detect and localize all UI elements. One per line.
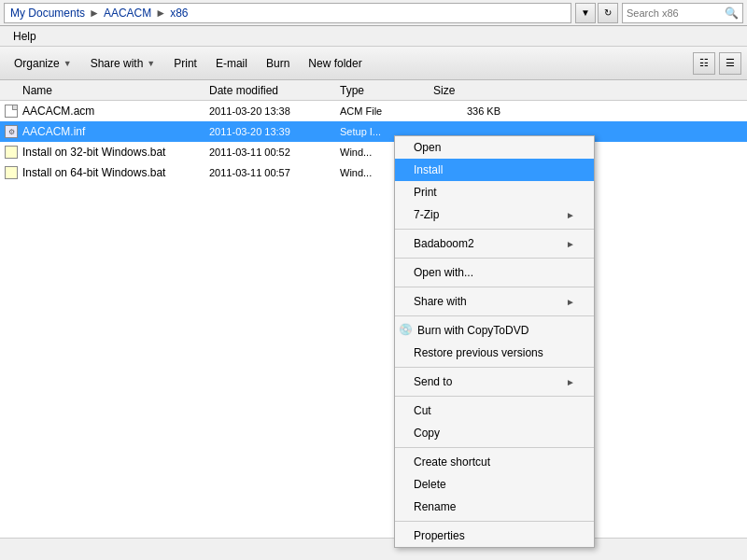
context-menu-item[interactable]: Properties (395, 525, 594, 547)
context-menu-separator (395, 447, 594, 448)
context-menu-item[interactable]: Rename (395, 496, 594, 518)
file-icon-inf: ⚙ (5, 125, 18, 138)
search-input[interactable] (623, 7, 721, 19)
context-menu-separator (395, 367, 594, 368)
organize-button[interactable]: Organize ▼ (6, 50, 80, 77)
context-menu-item[interactable]: Open with... (395, 261, 594, 284)
context-menu-item-label: Copy (414, 427, 440, 440)
file-date: 2011-03-20 13:38 (209, 105, 340, 117)
file-rows: AACACM.acm 2011-03-20 13:38 ACM File 336… (0, 101, 747, 183)
col-header-name[interactable]: Name (4, 84, 209, 97)
file-area: Name Date modified Type Size AACACM.acm … (0, 80, 747, 538)
file-name: ⚙ AACACM.inf (4, 124, 209, 139)
file-type-icon (4, 145, 19, 160)
context-menu-item[interactable]: Open (395, 136, 594, 159)
context-menu-item[interactable]: Copy (395, 422, 594, 444)
toolbar-right: ☷ ☰ (693, 52, 741, 75)
context-menu-separator (395, 521, 594, 522)
file-list: Name Date modified Type Size AACACM.acm … (0, 80, 747, 538)
burn-label: Burn (266, 57, 289, 70)
context-menu-item-label: Badaboom2 (414, 237, 474, 250)
print-button[interactable]: Print (165, 50, 205, 77)
new-folder-button[interactable]: New folder (300, 50, 370, 77)
context-menu-separator (395, 287, 594, 287)
file-type-icon (4, 165, 19, 180)
context-menu-item-label: Restore previous versions (414, 346, 543, 359)
burn-button[interactable]: Burn (258, 50, 298, 77)
context-menu-item-label: Send to (414, 375, 452, 388)
file-icon-doc (5, 105, 18, 118)
col-header-date[interactable]: Date modified (209, 84, 340, 97)
file-list-header: Name Date modified Type Size (0, 80, 747, 101)
menu-bar: Help (0, 26, 747, 47)
context-menu-separator (395, 229, 594, 230)
menu-help[interactable]: Help (6, 28, 44, 45)
context-menu-item-label: 7-Zip (414, 208, 439, 221)
file-size: 336 KB (433, 105, 508, 117)
email-button[interactable]: E-mail (207, 50, 256, 77)
col-header-size[interactable]: Size (433, 84, 508, 97)
file-name-text: AACACM.inf (22, 125, 85, 138)
email-label: E-mail (216, 57, 247, 70)
path-segment-1[interactable]: My Documents (10, 7, 85, 20)
context-menu-item[interactable]: Badaboom2► (395, 232, 594, 255)
file-type-icon: ⚙ (4, 124, 19, 139)
context-menu-item-label: Burn with CopyToDVD (417, 324, 529, 337)
context-menu-separator (395, 396, 594, 397)
file-date: 2011-03-20 13:39 (209, 126, 340, 137)
context-menu: OpenInstallPrint7-Zip►Badaboom2►Open wit… (394, 135, 595, 548)
view-toggle-btn[interactable]: ☰ (719, 52, 741, 75)
context-menu-item[interactable]: Create shortcut (395, 451, 594, 473)
search-icon: 🔍 (721, 7, 742, 20)
context-menu-item[interactable]: Cut (395, 399, 594, 422)
file-name: Install on 32-bit Windows.bat (4, 145, 209, 160)
context-menu-item[interactable]: Share with► (395, 290, 594, 313)
table-row[interactable]: Install on 32-bit Windows.bat 2011-03-11… (0, 142, 747, 162)
dropdown-btn[interactable]: ▼ (575, 3, 596, 23)
context-menu-item-label: Rename (414, 500, 456, 513)
context-menu-item-label: Properties (414, 529, 465, 542)
organize-arrow: ▼ (63, 59, 72, 68)
context-menu-item[interactable]: Send to► (395, 371, 594, 393)
context-menu-item[interactable]: Print (395, 181, 594, 203)
burn-icon: 💿 (399, 323, 414, 338)
context-menu-item-label: Share with (414, 295, 467, 308)
table-row[interactable]: ⚙ AACACM.inf 2011-03-20 13:39 Setup I... (0, 121, 747, 142)
context-menu-item[interactable]: 💿Burn with CopyToDVD (395, 319, 594, 342)
context-menu-item[interactable]: 7-Zip► (395, 203, 594, 226)
context-menu-item[interactable]: Install (395, 159, 594, 181)
context-menu-item[interactable]: Delete (395, 473, 594, 496)
context-menu-separator (395, 315, 594, 316)
toolbar: Organize ▼ Share with ▼ Print E-mail Bur… (0, 47, 747, 80)
submenu-arrow-icon: ► (566, 377, 575, 387)
file-date: 2011-03-11 00:52 (209, 147, 340, 158)
context-menu-item-label: Install (414, 163, 443, 176)
col-header-type[interactable]: Type (340, 84, 433, 97)
address-bar: My Documents ► AACACM ► x86 ▼ ↻ 🔍 (0, 0, 747, 26)
context-menu-separator (395, 258, 594, 259)
path-segment-3[interactable]: x86 (170, 7, 188, 20)
share-with-arrow: ▼ (147, 59, 155, 68)
refresh-btn[interactable]: ↻ (598, 3, 618, 23)
search-box[interactable]: 🔍 (622, 3, 743, 23)
path-segment-2[interactable]: AACACM (104, 7, 151, 20)
file-name: Install on 64-bit Windows.bat (4, 165, 209, 180)
share-with-label: Share with (91, 57, 144, 70)
address-path[interactable]: My Documents ► AACACM ► x86 (4, 3, 571, 23)
table-row[interactable]: Install on 64-bit Windows.bat 2011-03-11… (0, 162, 747, 183)
address-buttons: ▼ ↻ (575, 3, 618, 23)
context-menu-item-label: Delete (414, 478, 446, 491)
context-menu-item-label: Print (414, 186, 437, 199)
file-name-text: AACACM.acm (22, 105, 94, 118)
context-menu-item-label: Cut (414, 404, 431, 417)
view-options-btn[interactable]: ☷ (693, 52, 715, 75)
file-name-text: Install on 32-bit Windows.bat (22, 146, 165, 159)
organize-label: Organize (14, 57, 60, 70)
share-with-button[interactable]: Share with ▼ (82, 50, 164, 77)
context-menu-item[interactable]: Restore previous versions (395, 342, 594, 364)
print-label: Print (174, 57, 197, 70)
file-date: 2011-03-11 00:57 (209, 167, 340, 178)
file-icon-bat (5, 166, 18, 179)
table-row[interactable]: AACACM.acm 2011-03-20 13:38 ACM File 336… (0, 101, 747, 121)
file-name-text: Install on 64-bit Windows.bat (22, 166, 165, 179)
